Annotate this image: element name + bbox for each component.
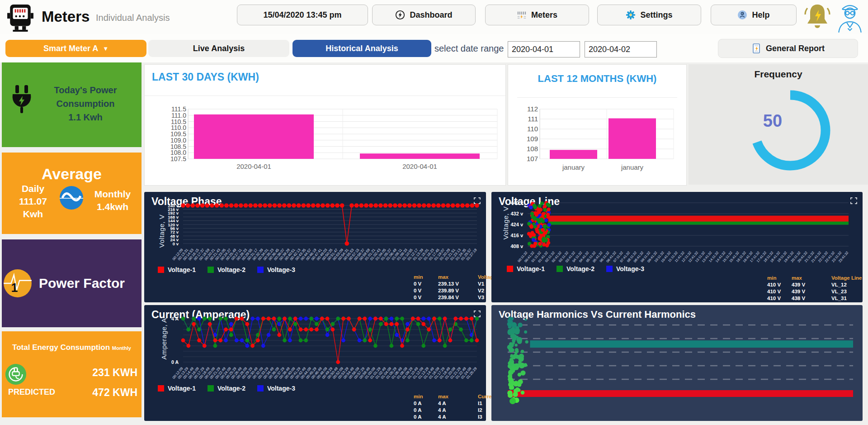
legend-label: Voltage-2: [566, 265, 594, 272]
last-30-days-title: LAST 30 DAYS (KWH): [152, 71, 259, 83]
svg-text:424 v: 424 v: [510, 222, 523, 227]
panel-frequency: Frequency 50: [689, 64, 868, 185]
average-monthly: Monthly 1.4kwh: [88, 188, 137, 213]
current-stats: minmaxCurrent0 A4 AI10 A4 AI20 A4 AI3: [414, 394, 481, 420]
stats-cell: 239.84 V: [438, 295, 478, 300]
nav-meters-button[interactable]: Meters: [485, 5, 589, 25]
legend-label: Voltage-3: [616, 265, 644, 272]
voltage-line-stats: minmaxVoltage Line410 V439 VVL_12410 V43…: [767, 275, 860, 301]
stats-cell: 410 V: [767, 289, 792, 294]
stats-cell: 0 V: [414, 295, 438, 300]
stats-cell: 0 V: [414, 288, 438, 293]
stats-cell: VL_12: [831, 282, 862, 287]
notification-bell-icon[interactable]: [804, 3, 831, 32]
svg-text:112: 112: [527, 105, 538, 113]
stats-cell: 4 A: [438, 414, 478, 420]
svg-text:4 A: 4 A: [171, 316, 179, 321]
user-avatar[interactable]: [834, 1, 866, 33]
stats-header: Voltage Line: [831, 275, 862, 281]
meter-logo-icon: [7, 4, 33, 32]
panel-voltage-line: Voltage Line Voltage, V 440 v432 v424 v4…: [491, 192, 863, 302]
legend-swatch: [507, 266, 513, 272]
voltage-phase-ylabel: Voltage, V: [158, 204, 165, 258]
panel-current-amperage: Current (Amperage) Amperage, A 4 A0 A00:…: [144, 305, 486, 421]
meter-select-dropdown[interactable]: Smart Meter A ▼: [5, 40, 146, 57]
legend-item[interactable]: Voltage-2: [208, 266, 245, 273]
legend-item[interactable]: Voltage-3: [257, 266, 295, 273]
legend-swatch: [158, 385, 164, 392]
sine-wave-icon: [59, 185, 84, 210]
svg-text:0 A: 0 A: [171, 359, 179, 365]
legend-item[interactable]: Voltage-3: [606, 265, 644, 272]
last-12-months-title: LAST 12 MONTHS (KWH): [508, 73, 686, 85]
panel-last-30-days: LAST 30 DAYS (KWH) 111.5111.0110.5110.01…: [144, 64, 506, 186]
stats-cell: 4 A: [438, 401, 478, 406]
current-line-chart: 4 A0 A00:12:0900:13:2900:14:4900:16:0900…: [183, 319, 477, 391]
nav-dashboard-label: Dashboard: [410, 10, 452, 20]
stats-cell: 439 V: [792, 282, 831, 287]
todays-power-line2: Consumption: [33, 99, 137, 109]
stats-cell: 439 V: [792, 289, 831, 294]
date-to-input[interactable]: [585, 41, 657, 57]
legend-item[interactable]: Voltage-1: [158, 385, 196, 392]
stats-cell: 0 V: [414, 281, 438, 287]
voltage-line-legend: Voltage-1Voltage-2Voltage-3: [507, 265, 644, 272]
nav-help-label: Help: [752, 10, 769, 20]
help-icon: [737, 10, 747, 20]
general-report-button[interactable]: General Report: [718, 39, 858, 58]
dashboard-root: Meters Individual Analysis 15/04/2020 13…: [0, 0, 868, 425]
svg-text:0 v: 0 v: [173, 241, 179, 246]
card-total-energy: Total Energy Consumption Monthly 231 KWH…: [2, 331, 142, 417]
legend-item[interactable]: Voltage-2: [208, 385, 245, 392]
legend-swatch: [208, 385, 214, 392]
legend-label: Voltage-1: [517, 265, 545, 272]
todays-power-line1: Today's Power: [33, 85, 137, 96]
svg-text:408 v: 408 v: [510, 244, 523, 249]
header: Meters Individual Analysis 15/04/2020 13…: [0, 0, 868, 35]
expand-icon[interactable]: [850, 197, 857, 204]
legend-label: Voltage-1: [168, 385, 196, 392]
voltage-phase-legend: Voltage-1Voltage-2Voltage-3: [158, 266, 295, 273]
legend-item[interactable]: Voltage-1: [507, 265, 545, 272]
svg-text:111: 111: [528, 115, 538, 123]
expand-icon[interactable]: [474, 197, 481, 204]
total-energy-value: 231 KWH: [70, 367, 137, 379]
average-daily: Daily 111.07 Kwh: [8, 182, 58, 220]
stats-header: min: [414, 274, 438, 280]
legend-swatch: [208, 267, 214, 273]
total-energy-title: Total Energy Consumption Monthly: [2, 343, 142, 352]
nav-settings-button[interactable]: Settings: [597, 5, 701, 25]
legend-label: Voltage-2: [217, 266, 245, 273]
voltage-line-chart: 440 v432 v424 v416 v408 v00:11:3200:41:3…: [528, 203, 849, 271]
tab-historical-analysis[interactable]: Historical Analysis: [292, 40, 431, 57]
card-average: Average Daily 111.07 Kwh Monthly 1.4kwh: [2, 153, 142, 234]
stats-header: max: [438, 394, 478, 399]
legend-item[interactable]: Voltage-1: [158, 266, 196, 273]
legend-item[interactable]: Voltage-2: [557, 265, 594, 272]
stats-cell: 438 V: [792, 296, 831, 301]
nav-settings-label: Settings: [640, 10, 672, 20]
current-legend: Voltage-1Voltage-2Voltage-3: [158, 385, 295, 392]
legend-swatch: [606, 266, 613, 272]
average-title: Average: [2, 165, 142, 183]
svg-text:2020-04-01: 2020-04-01: [402, 162, 437, 170]
svg-text:2020-04-01: 2020-04-01: [236, 162, 271, 170]
tab-live-analysis[interactable]: Live Analysis: [148, 40, 289, 57]
power-factor-icon: 1: [3, 268, 33, 298]
legend-item[interactable]: Voltage-3: [257, 385, 295, 392]
nav-help-button[interactable]: Help: [711, 5, 797, 25]
card-power-factor: 1 Power Factor: [2, 239, 142, 327]
harmonics-chart: [491, 305, 863, 421]
frequency-value: 50: [758, 111, 787, 131]
stats-cell: 410 V: [767, 282, 792, 287]
total-energy-period: Monthly: [112, 345, 131, 351]
voltage-phase-stats: minmaxVoltage Phase0 V239.13 VV10 V239.8…: [414, 274, 481, 300]
stats-cell: 0 A: [414, 414, 438, 420]
svg-text:107.5: 107.5: [170, 155, 186, 162]
datetime-button[interactable]: 15/04/2020 13:45 pm: [237, 5, 368, 25]
nav-dashboard-button[interactable]: Dashboard: [372, 5, 476, 25]
expand-icon[interactable]: [474, 310, 481, 317]
meter-select-label: Smart Meter A: [43, 44, 98, 53]
legend-label: Voltage-3: [267, 266, 295, 273]
date-from-input[interactable]: [508, 41, 580, 57]
